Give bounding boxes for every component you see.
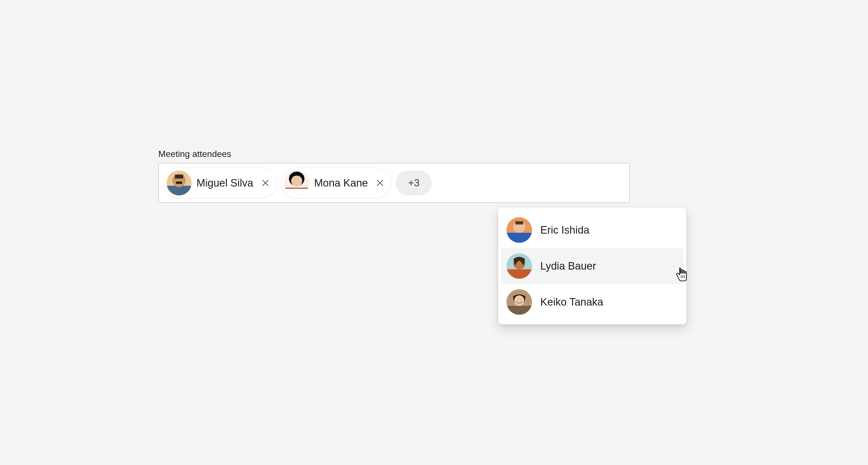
person-chip[interactable]: Mona Kane: [281, 168, 392, 198]
svg-point-11: [291, 176, 302, 187]
avatar: [284, 170, 309, 195]
svg-rect-3: [175, 175, 183, 179]
avatar: [166, 170, 191, 195]
overflow-dropdown: Eric Ishida Lydia Bauer: [498, 208, 686, 324]
person-chip[interactable]: Miguel Silva: [163, 168, 277, 198]
overflow-count-badge[interactable]: +3: [396, 170, 432, 195]
chip-name: Mona Kane: [314, 177, 368, 189]
svg-rect-4: [176, 182, 182, 184]
avatar: [506, 289, 532, 315]
svg-rect-1: [166, 186, 191, 195]
avatar: [506, 217, 532, 243]
dropdown-item[interactable]: Eric Ishida: [501, 212, 684, 248]
dropdown-item-name: Lydia Bauer: [540, 260, 596, 272]
dropdown-item[interactable]: Keiko Tanaka: [501, 284, 684, 320]
attendees-input-box[interactable]: Miguel Silva Mona Kane: [158, 163, 630, 203]
field-label: Meeting attendees: [158, 149, 630, 159]
chip-name: Miguel Silva: [196, 177, 253, 189]
svg-point-24: [514, 295, 524, 305]
dropdown-item[interactable]: Lydia Bauer: [501, 248, 684, 284]
close-icon[interactable]: [374, 178, 385, 188]
svg-rect-9: [284, 188, 309, 189]
svg-rect-19: [506, 269, 532, 279]
attendees-field: Meeting attendees Miguel Silva: [158, 149, 630, 203]
svg-rect-8: [284, 188, 309, 195]
svg-rect-17: [516, 221, 523, 224]
close-icon[interactable]: [260, 178, 271, 188]
svg-rect-22: [506, 306, 532, 315]
dropdown-item-name: Eric Ishida: [540, 224, 589, 236]
svg-rect-15: [506, 233, 532, 243]
avatar: [506, 253, 532, 279]
dropdown-item-name: Keiko Tanaka: [540, 296, 603, 308]
